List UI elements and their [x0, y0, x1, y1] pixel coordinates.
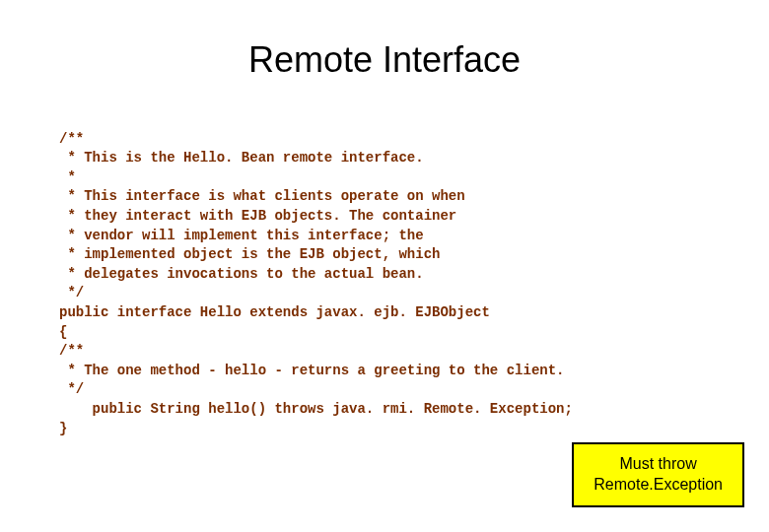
code-line: * The one method - hello - returns a gre…	[59, 363, 564, 378]
code-line: public interface Hello extends javax. ej…	[59, 304, 490, 320]
code-line: /**	[59, 131, 84, 147]
code-line: /**	[59, 343, 84, 359]
code-line: }	[59, 421, 67, 436]
code-line: * vendor will implement this interface; …	[59, 228, 424, 243]
code-line: * This is the Hello. Bean remote interfa…	[59, 150, 424, 166]
code-line: {	[59, 324, 67, 340]
code-line: * delegates invocations to the actual be…	[59, 266, 424, 282]
code-line: *	[59, 169, 76, 185]
code-line: public String hello() throws java. rmi. …	[59, 401, 573, 417]
callout-line2: Remote.Exception	[594, 475, 723, 496]
code-line: */	[59, 381, 84, 397]
code-line: */	[59, 285, 84, 300]
code-line: * implemented object is the EJB object, …	[59, 246, 440, 262]
code-block: /** * This is the Hello. Bean remote int…	[59, 110, 769, 438]
code-line: * they interact with EJB objects. The co…	[59, 208, 456, 224]
callout-line1: Must throw	[594, 454, 723, 475]
callout-box: Must throw Remote.Exception	[572, 442, 744, 507]
code-line: * This interface is what clients operate…	[59, 188, 465, 204]
slide-title: Remote Interface	[0, 39, 769, 81]
